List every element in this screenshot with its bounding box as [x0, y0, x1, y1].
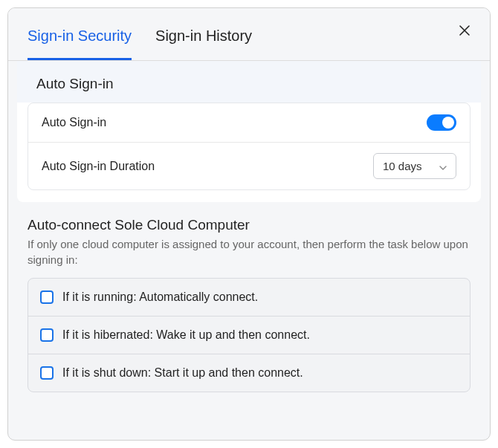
chevron-down-icon [439, 160, 447, 172]
tabs: Sign-in Security Sign-in History [8, 8, 490, 61]
auto-connect-option-shutdown: If it is shut down: Start it up and then… [28, 354, 470, 392]
checkbox-running-label: If it is running: Automatically connect. [62, 290, 258, 304]
auto-signin-settings: Auto Sign-in Auto Sign-in Duration 10 da… [28, 103, 470, 190]
tab-signin-security[interactable]: Sign-in Security [28, 8, 132, 60]
checkbox-hibernated[interactable] [40, 328, 54, 342]
auto-connect-description: If only one cloud computer is assigned t… [28, 236, 470, 267]
auto-signin-toggle-label: Auto Sign-in [42, 116, 106, 129]
checkbox-running[interactable] [40, 290, 54, 304]
auto-signin-toggle-row: Auto Sign-in [28, 103, 470, 142]
checkbox-shutdown[interactable] [40, 366, 54, 380]
auto-connect-title: Auto-connect Sole Cloud Computer [28, 217, 470, 233]
auto-signin-duration-select[interactable]: 10 days [373, 153, 456, 179]
auto-connect-section: Auto-connect Sole Cloud Computer If only… [8, 202, 490, 392]
tab-signin-history[interactable]: Sign-in History [155, 8, 252, 60]
auto-signin-duration-label: Auto Sign-in Duration [42, 160, 155, 173]
close-icon [459, 25, 470, 39]
auto-signin-duration-value: 10 days [383, 160, 422, 172]
checkbox-hibernated-label: If it is hibernated: Wake it up and then… [62, 328, 310, 342]
auto-signin-header: Auto Sign-in [17, 61, 481, 103]
close-button[interactable] [457, 25, 472, 39]
checkbox-shutdown-label: If it is shut down: Start it up and then… [62, 366, 303, 380]
auto-signin-duration-row: Auto Sign-in Duration 10 days [28, 142, 470, 189]
auto-connect-option-running: If it is running: Automatically connect. [28, 279, 470, 316]
auto-signin-panel: Auto Sign-in Auto Sign-in Auto Sign-in D… [17, 61, 481, 202]
auto-connect-option-hibernated: If it is hibernated: Wake it up and then… [28, 316, 470, 354]
auto-signin-toggle[interactable] [427, 114, 456, 131]
signin-security-modal: Sign-in Security Sign-in History Auto Si… [7, 7, 491, 441]
auto-connect-options: If it is running: Automatically connect.… [28, 278, 470, 392]
